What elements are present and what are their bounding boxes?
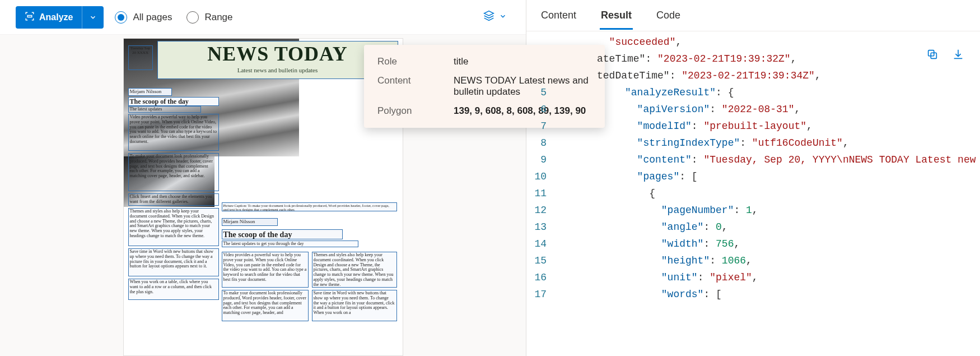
region-heading[interactable]: The scoop of the day [222, 229, 343, 239]
region-paragraph[interactable]: Themes and styles also help keep your do… [128, 208, 219, 246]
code-text: "angle": 0, [558, 219, 980, 235]
region-paragraph[interactable]: When you work on a table, click where yo… [128, 279, 219, 300]
code-text: tedDateTime": "2023-02-21T19:39:34Z", [558, 67, 980, 84]
line-number: 17 [526, 286, 558, 303]
tab-code[interactable]: Code [655, 2, 682, 29]
region-paragraph[interactable]: Save time in Word with new buttons that … [312, 290, 397, 321]
code-line: 12 "pageNumber": 1, [526, 202, 980, 219]
line-number: 15 [526, 252, 558, 269]
region-date[interactable]: Tuesday Sep 20 XXXX [128, 45, 153, 70]
analyze-label: Analyze [39, 12, 73, 22]
radio-icon [115, 11, 127, 24]
code-line: 8 "stringIndexType": "utf16CodeUnit", [526, 135, 980, 151]
svg-rect-0 [27, 15, 32, 17]
page-range-radio-group: All pages Range [115, 11, 232, 24]
code-text: "words": [ [558, 286, 980, 303]
region-paragraph[interactable]: Video provides a powerful way to help yo… [222, 252, 309, 288]
region-paragraph[interactable]: To make your document look professionall… [128, 153, 219, 191]
tooltip-role-label: Role [377, 56, 433, 67]
line-number: 11 [526, 185, 558, 202]
code-line: 5"analyzeResult": { [526, 84, 980, 101]
code-text: "width": 756, [558, 235, 980, 252]
code-line: 13 "angle": 0, [526, 219, 980, 235]
code-line: 15 "height": 1066, [526, 252, 980, 269]
code-line: 16 "unit": "pixel", [526, 269, 980, 286]
title-text: NEWS TODAY [159, 42, 396, 66]
json-editor[interactable]: "succeeded",ateTime": "2023-02-21T19:39:… [526, 31, 980, 356]
code-text: { [558, 185, 980, 202]
code-line: 11 { [526, 185, 980, 202]
region-paragraph[interactable]: Click Insert and then choose the element… [128, 193, 219, 206]
line-number: 6 [526, 101, 558, 118]
code-text: "analyzeResult": { [558, 84, 980, 101]
analyze-icon [25, 11, 35, 24]
code-line: 10 "pages": [ [526, 168, 980, 185]
code-line: "succeeded", [526, 34, 980, 50]
radio-range[interactable]: Range [186, 11, 232, 24]
region-paragraph[interactable]: To make your document look professionall… [222, 290, 309, 321]
region-heading[interactable]: The scoop of the day [128, 97, 219, 106]
chevron-down-icon [499, 11, 507, 23]
region-subheading[interactable]: The latest updates to get you through th… [222, 241, 358, 247]
code-text: "unit": "pixel", [558, 269, 980, 286]
radio-all-pages[interactable]: All pages [115, 11, 172, 24]
code-text: "apiVersion": "2022-08-31", [558, 101, 980, 118]
tab-content[interactable]: Content [540, 2, 577, 29]
tab-result[interactable]: Result [600, 2, 633, 29]
radio-all-pages-label: All pages [133, 12, 172, 23]
code-text: "pageNumber": 1, [558, 202, 980, 219]
code-text: ateTime": "2023-02-21T19:39:32Z", [558, 50, 980, 67]
region-paragraph[interactable]: Video provides a powerful way to help yo… [128, 114, 219, 151]
code-line: 6 "apiVersion": "2022-08-31", [526, 101, 980, 118]
code-text: "content": "Tuesday, Sep 20, YYYY\nNEWS … [558, 151, 980, 168]
code-text: "pages": [ [558, 168, 980, 185]
region-title[interactable]: NEWS TODAY Latest news and bulletin upda… [157, 41, 398, 79]
line-number: 10 [526, 168, 558, 185]
tooltip-polygon-label: Polygon [377, 105, 433, 117]
line-number: 14 [526, 235, 558, 252]
code-text: "succeeded", [558, 34, 980, 50]
code-text: "stringIndexType": "utf16CodeUnit", [558, 135, 980, 151]
line-number: 5 [526, 84, 558, 101]
tooltip-content-label: Content [377, 75, 433, 98]
region-paragraph[interactable]: Save time in Word with new buttons that … [128, 248, 219, 276]
svg-marker-1 [484, 11, 494, 16]
layers-dropdown[interactable] [480, 7, 510, 27]
subtitle-text: Latest news and bulletin updates [159, 67, 396, 73]
code-text: "modelId": "prebuilt-layout", [558, 118, 980, 135]
radio-range-label: Range [204, 12, 232, 23]
code-line: ateTime": "2023-02-21T19:39:32Z", [526, 50, 980, 67]
layers-icon [483, 10, 494, 24]
region-author[interactable]: Mirjam Nilsson [128, 88, 172, 96]
code-line: 17 "words": [ [526, 286, 980, 303]
line-number: 9 [526, 151, 558, 168]
region-subheading[interactable]: The latest updates [128, 106, 201, 113]
region-author[interactable]: Mirjam Nilsson [222, 218, 278, 226]
analyze-button[interactable]: Analyze [16, 6, 104, 29]
document-page: Tuesday Sep 20 XXXX NEWS TODAY Latest ne… [123, 38, 403, 356]
line-number: 13 [526, 219, 558, 235]
radio-icon [186, 11, 199, 24]
code-line: 7 "modelId": "prebuilt-layout", [526, 118, 980, 135]
line-number: 8 [526, 135, 558, 151]
code-line: 9 "content": "Tuesday, Sep 20, YYYY\nNEW… [526, 151, 980, 168]
analyze-dropdown-caret[interactable] [82, 13, 104, 21]
code-line: 14 "width": 756, [526, 235, 980, 252]
region-caption[interactable]: Picture Caption: To make your document l… [222, 202, 397, 211]
code-text: "height": 1066, [558, 252, 980, 269]
toolbar: Analyze All pages Range [0, 0, 526, 35]
result-tabs: Content Result Code [526, 0, 980, 31]
line-number: 16 [526, 269, 558, 286]
region-paragraph[interactable]: Themes and styles also help keep your do… [312, 252, 397, 288]
line-number: 12 [526, 202, 558, 219]
line-number: 7 [526, 118, 558, 135]
code-line: tedDateTime": "2023-02-21T19:39:34Z", [526, 67, 980, 84]
